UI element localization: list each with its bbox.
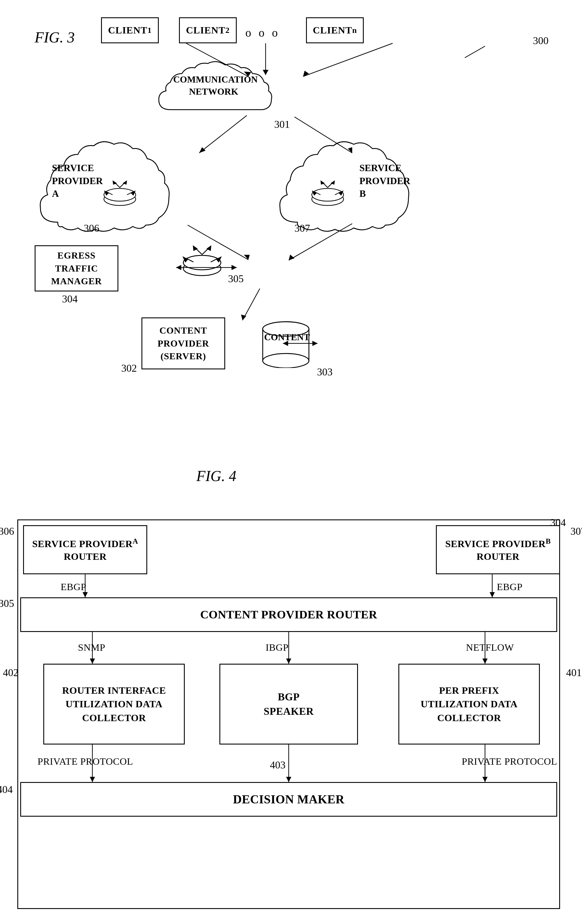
netflow-label: NETFLOW (466, 642, 514, 653)
clientn-box: CLIENTn (306, 17, 364, 43)
per-prefix-ref: 401 (566, 667, 582, 679)
router-305 (179, 243, 225, 278)
clientn-sub: n (352, 26, 357, 35)
svg-marker-46 (244, 255, 250, 260)
svg-point-32 (263, 353, 309, 368)
client2-label: CLIENT (186, 25, 225, 36)
content-label: CONTENT (264, 332, 310, 343)
comm-network-ref: 301 (274, 118, 290, 130)
content-provider-ref: 302 (121, 362, 137, 374)
client1-box: CLIENT1 (101, 17, 159, 43)
egress-traffic-label: EGRESS TRAFFIC MANAGER (35, 249, 117, 288)
fig3-label: FIG. 3 (35, 29, 75, 46)
sp-b-ref: 307 (294, 222, 310, 234)
sp-b-router-box: SERVICE PROVIDERBROUTER (436, 525, 560, 574)
decision-maker-label: DECISION MAKER (233, 792, 344, 807)
router-iface-box: ROUTER INTERFACE UTILIZATION DATA COLLEC… (43, 664, 185, 744)
client2-box: CLIENT2 (179, 17, 237, 43)
svg-point-1 (104, 188, 136, 201)
fig4-container: FIG. 4 304 SERVICE PROVIDERAROUTER 306 S… (17, 467, 566, 917)
ebgp-right-label: EBGP (497, 581, 522, 592)
svg-marker-51 (231, 265, 237, 270)
sp-a-ref: 306 (84, 222, 99, 234)
ref-300: 300 (533, 35, 549, 47)
router-iface-ref: 402 (3, 667, 18, 679)
svg-line-34 (465, 46, 485, 58)
router-305-fig4-ref: 305 (0, 597, 14, 609)
ebgp-left-label: EBGP (61, 581, 86, 592)
sp-b-router-label: SERVICE PROVIDERBROUTER (445, 536, 551, 563)
fig4-label: FIG. 4 (196, 467, 236, 485)
router-iface-label: ROUTER INTERFACE UTILIZATION DATA COLLEC… (62, 684, 166, 725)
content-cylinder (257, 319, 315, 369)
egress-traffic-box: EGRESS TRAFFIC MANAGER (35, 245, 118, 292)
sp-a-router-label: SERVICE PROVIDERAROUTER (32, 536, 138, 563)
content-provider-router-box: CONTENT PROVIDER ROUTER (20, 597, 557, 632)
ibgp-label: IBGP (266, 642, 288, 653)
egress-traffic-ref: 304 (62, 293, 78, 305)
decision-maker-box: DECISION MAKER (20, 782, 557, 817)
snmp-label: SNMP (78, 642, 105, 653)
sp-b-cloud: SERVICEPROVIDERB (274, 135, 424, 234)
decision-maker-ref: 404 (0, 784, 13, 795)
sp-b-router-ref: 307 (570, 525, 582, 537)
private-proto-right: PRIVATE PROTOCOL (461, 756, 557, 767)
svg-marker-53 (241, 315, 246, 320)
sp-a-router-box: SERVICE PROVIDERAROUTER (23, 525, 147, 574)
page: FIG. 3 300 CLIENT1 CLIENT2 o o o CLIENTn… (0, 0, 582, 924)
content-provider-label: CONTENT PROVIDER (SERVER) (158, 324, 209, 363)
per-prefix-label: PER PREFIX UTILIZATION DATA COLLECTOR (421, 684, 518, 725)
svg-line-52 (243, 289, 260, 320)
sp-a-router (101, 179, 139, 209)
sp-a-cloud: SERVICEPROVIDERA (35, 135, 185, 234)
comm-network-cloud: COMMUNICATION NETWORK (153, 58, 274, 121)
sp-b-label: SERVICEPROVIDERB (359, 162, 410, 200)
content-ref: 303 (317, 366, 332, 378)
svg-marker-40 (303, 71, 309, 76)
svg-line-39 (303, 43, 393, 76)
bgp-speaker-ref: 403 (270, 759, 286, 771)
svg-point-21 (184, 256, 221, 270)
comm-network-label: COMMUNICATION NETWORK (173, 74, 254, 97)
clientn-label: CLIENT (313, 25, 352, 36)
sp-a-router-ref: 306 (0, 525, 14, 537)
bgp-speaker-box: BGP SPEAKER (220, 664, 358, 744)
svg-point-11 (312, 188, 344, 201)
svg-marker-42 (199, 147, 205, 153)
client1-sub: 1 (147, 26, 152, 35)
client2-sub: 2 (225, 26, 230, 35)
bgp-speaker-label: BGP SPEAKER (264, 690, 314, 719)
content-provider-router-label: CONTENT PROVIDER ROUTER (200, 607, 377, 622)
sp-a-label: SERVICEPROVIDERA (52, 162, 103, 200)
client-dots: o o o (245, 26, 280, 40)
fig3-container: FIG. 3 300 CLIENT1 CLIENT2 o o o CLIENTn… (17, 12, 566, 444)
content-provider-box: CONTENT PROVIDER (SERVER) (141, 317, 225, 370)
router-305-ref: 305 (228, 273, 244, 285)
private-proto-left: PRIVATE PROTOCOL (38, 756, 133, 767)
sp-b-router (309, 179, 346, 209)
svg-marker-48 (289, 254, 294, 260)
per-prefix-box: PER PREFIX UTILIZATION DATA COLLECTOR (398, 664, 540, 744)
client1-label: CLIENT (108, 25, 147, 36)
